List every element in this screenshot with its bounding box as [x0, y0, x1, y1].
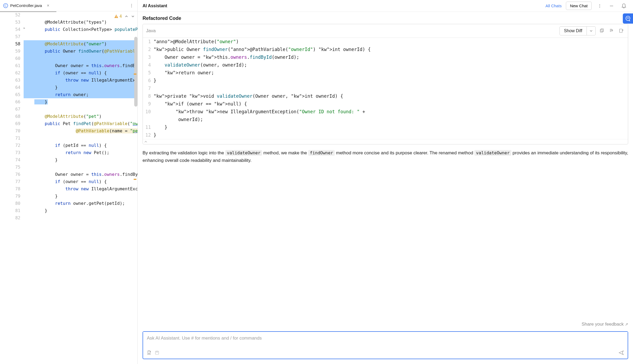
ai-code-block: Java Show Diff — [143, 24, 628, 144]
ai-code-line[interactable]: validateOwner(owner, ownerId); — [154, 61, 628, 69]
ai-code-line[interactable]: } — [154, 77, 628, 85]
editor-tab[interactable]: C PetController.java × — [0, 0, 53, 11]
code-line[interactable]: } — [24, 192, 137, 200]
save-icon[interactable] — [155, 351, 159, 355]
chevron-down-icon[interactable] — [587, 27, 595, 34]
send-icon[interactable] — [619, 350, 624, 355]
ai-gutter-line-number: 1 — [143, 38, 151, 46]
editor-body[interactable]: 4 52535457585960616263646566676869707172… — [0, 11, 137, 364]
warning-icon[interactable]: 4 — [114, 14, 122, 19]
svg-rect-15 — [156, 351, 158, 352]
ai-gutter-line-number: 3 — [143, 53, 151, 61]
ai-gutter-line-number: 11 — [143, 123, 151, 131]
next-issue-icon[interactable] — [131, 14, 135, 18]
ai-content: Java Show Diff — [138, 24, 633, 317]
ai-explanation: By extracting the validation logic into … — [143, 144, 628, 166]
ai-code-line[interactable]: "anno">@ModelAttribute("owner") — [154, 38, 628, 46]
show-diff-button[interactable]: Show Diff — [559, 26, 596, 35]
code-line[interactable]: Owner owner = this.owners.findById(o — [24, 171, 137, 178]
code-line[interactable]: throw new IllegalArgumentExcepti — [24, 185, 137, 192]
gutter-line-number: 69 — [0, 120, 20, 127]
code-line[interactable]: } — [24, 84, 137, 91]
collapse-icon[interactable] — [143, 139, 628, 144]
ai-code-line[interactable] — [154, 85, 628, 92]
ai-code-line[interactable]: "kw">throw "kw">new IllegalArgumentExcep… — [154, 108, 628, 116]
code-line[interactable]: return new Pet(); — [24, 149, 137, 156]
code-line[interactable]: return owner.getPet(petId); — [24, 200, 137, 207]
gutter-line-number: 52 — [0, 11, 20, 19]
ai-code-line[interactable]: } — [154, 131, 628, 139]
ai-code-line[interactable]: "kw">public Owner findOwner("anno">@Path… — [154, 46, 628, 53]
code-line[interactable] — [24, 134, 137, 142]
code-language-label: Java — [146, 28, 557, 34]
ai-assistant-pane: AI Assistant All Chats New Chat Refactor… — [138, 0, 633, 364]
ai-code-line[interactable]: "kw">return owner; — [154, 69, 628, 77]
code-line[interactable]: public Pet findPet(@PathVariable("ownerI — [24, 120, 137, 127]
bell-icon[interactable] — [620, 2, 628, 10]
code-line[interactable]: } — [24, 98, 137, 105]
code-reference: findOwner — [308, 150, 335, 156]
code-line[interactable]: throw new IllegalArgumentExcepti — [24, 77, 137, 84]
gutter-line-number: 66 — [0, 98, 20, 105]
gutter-line-number: 79 — [0, 192, 20, 200]
code-line[interactable]: public Owner findOwner(@PathVariable("ow — [24, 48, 137, 55]
code-line[interactable]: @PathVariable(name = "petId", re — [24, 127, 137, 134]
close-icon[interactable]: × — [47, 3, 49, 8]
prev-issue-icon[interactable] — [125, 14, 128, 18]
svg-point-3 — [131, 5, 132, 6]
code-line[interactable]: } — [24, 207, 137, 214]
gutter-line-number: 73 — [0, 149, 20, 156]
code-line[interactable]: Owner owner = this.owners.findById(o — [24, 62, 137, 69]
code-line[interactable]: if (owner == null) { — [24, 69, 137, 77]
more-icon[interactable] — [596, 2, 603, 10]
insert-icon[interactable] — [608, 27, 615, 34]
bookmark-icon[interactable] — [147, 350, 152, 355]
gutter-line-number: 75 — [0, 163, 20, 171]
all-chats-link[interactable]: All Chats — [545, 3, 562, 8]
svg-point-9 — [599, 7, 600, 8]
copy-icon[interactable] — [598, 27, 605, 34]
tab-menu-icon[interactable] — [127, 1, 136, 10]
ai-code-line[interactable]: Owner owner = "kw">this.owners.findById(… — [154, 53, 628, 61]
code-line[interactable]: @ModelAttribute("owner") — [24, 40, 137, 48]
gutter-line-number: 60 — [0, 55, 20, 62]
code-line[interactable] — [24, 33, 137, 40]
code-line[interactable]: public Collection<PetType> populatePetTy — [24, 26, 137, 33]
gutter-line-number: 61 — [0, 62, 20, 69]
editor-scrollbar[interactable] — [134, 37, 137, 107]
code-area[interactable]: @ModelAttribute("types") public Collecti… — [24, 11, 137, 364]
new-chat-button[interactable]: New Chat — [566, 2, 592, 10]
ai-code-line[interactable]: } — [154, 123, 628, 131]
ai-code-line[interactable]: ownerId); — [154, 116, 628, 123]
code-line[interactable]: return owner; — [24, 91, 137, 98]
svg-point-8 — [599, 5, 600, 6]
gutter-line-number: 54 — [0, 26, 20, 33]
code-line[interactable] — [24, 55, 137, 62]
gutter-line-number: 81 — [0, 207, 20, 214]
ai-gutter-line-number: 10 — [143, 108, 151, 116]
minimize-icon[interactable] — [608, 2, 615, 10]
ai-gutter-line-number: 4 — [143, 61, 151, 69]
code-line[interactable] — [24, 105, 137, 113]
ai-input-toolbar — [143, 348, 628, 359]
ai-code-line[interactable]: "kw">if (owner == "kw">null) { — [154, 100, 628, 108]
ai-section-title: Refactored Code — [138, 12, 633, 24]
ai-code-content[interactable]: "anno">@ModelAttribute("owner")"kw">publ… — [153, 38, 628, 139]
code-line[interactable]: if (petId == null) { — [24, 142, 137, 149]
code-line[interactable]: @ModelAttribute("pet") — [24, 113, 137, 120]
code-line[interactable] — [24, 214, 137, 221]
warning-count: 4 — [119, 14, 122, 19]
gutter-line-number: 63 — [0, 77, 20, 84]
gutter-line-number: 59 — [0, 48, 20, 55]
code-line[interactable]: if (owner == null) { — [24, 178, 137, 185]
ai-header: AI Assistant All Chats New Chat — [138, 0, 633, 12]
ai-code-line[interactable]: "kw">private "kw">void validateOwner(Own… — [154, 92, 628, 100]
create-file-icon[interactable] — [618, 27, 625, 34]
code-line[interactable] — [24, 163, 137, 171]
code-line[interactable]: @ModelAttribute("types") — [24, 19, 137, 26]
ai-assistant-badge-icon[interactable] — [623, 13, 633, 24]
code-line[interactable]: } — [24, 156, 137, 163]
feedback-link[interactable]: Share your feedback ↗ — [138, 317, 633, 330]
ai-input[interactable] — [143, 332, 628, 348]
gutter-line-number: 70 — [0, 127, 20, 134]
